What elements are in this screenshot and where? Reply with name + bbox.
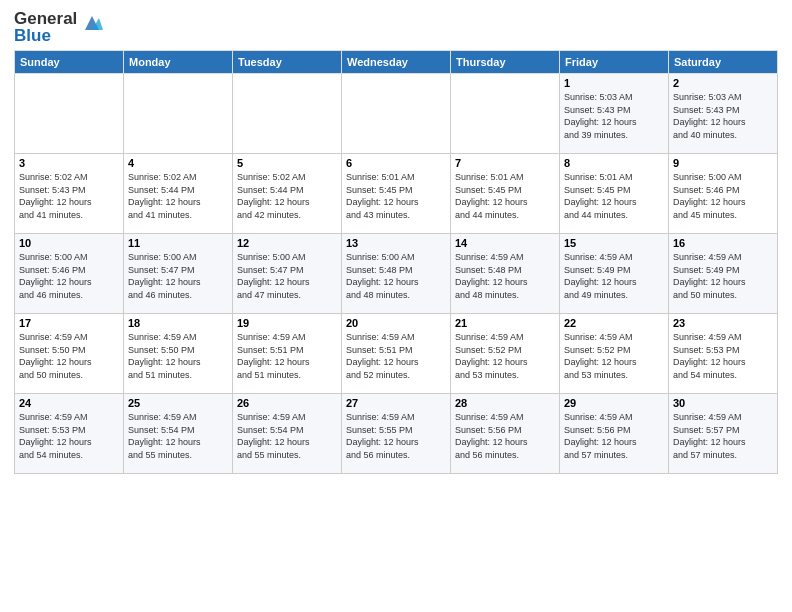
day-number: 6: [346, 157, 446, 169]
day-number: 11: [128, 237, 228, 249]
day-number: 17: [19, 317, 119, 329]
header-day-monday: Monday: [124, 51, 233, 74]
week-row-2: 3Sunrise: 5:02 AMSunset: 5:43 PMDaylight…: [15, 154, 778, 234]
day-number: 16: [673, 237, 773, 249]
day-info: Sunrise: 5:02 AMSunset: 5:44 PMDaylight:…: [237, 171, 337, 221]
day-info: Sunrise: 5:02 AMSunset: 5:43 PMDaylight:…: [19, 171, 119, 221]
day-cell: 22Sunrise: 4:59 AMSunset: 5:52 PMDayligh…: [560, 314, 669, 394]
day-info: Sunrise: 4:59 AMSunset: 5:54 PMDaylight:…: [128, 411, 228, 461]
day-cell: 2Sunrise: 5:03 AMSunset: 5:43 PMDaylight…: [669, 74, 778, 154]
day-info: Sunrise: 4:59 AMSunset: 5:48 PMDaylight:…: [455, 251, 555, 301]
day-cell: 8Sunrise: 5:01 AMSunset: 5:45 PMDaylight…: [560, 154, 669, 234]
day-cell: 30Sunrise: 4:59 AMSunset: 5:57 PMDayligh…: [669, 394, 778, 474]
day-cell: 21Sunrise: 4:59 AMSunset: 5:52 PMDayligh…: [451, 314, 560, 394]
day-number: 23: [673, 317, 773, 329]
day-cell: 6Sunrise: 5:01 AMSunset: 5:45 PMDaylight…: [342, 154, 451, 234]
day-info: Sunrise: 5:00 AMSunset: 5:47 PMDaylight:…: [128, 251, 228, 301]
day-cell: 19Sunrise: 4:59 AMSunset: 5:51 PMDayligh…: [233, 314, 342, 394]
day-number: 8: [564, 157, 664, 169]
day-info: Sunrise: 4:59 AMSunset: 5:53 PMDaylight:…: [19, 411, 119, 461]
day-number: 25: [128, 397, 228, 409]
header-row: SundayMondayTuesdayWednesdayThursdayFrid…: [15, 51, 778, 74]
day-number: 4: [128, 157, 228, 169]
day-info: Sunrise: 4:59 AMSunset: 5:49 PMDaylight:…: [564, 251, 664, 301]
day-number: 12: [237, 237, 337, 249]
header-day-tuesday: Tuesday: [233, 51, 342, 74]
day-number: 7: [455, 157, 555, 169]
day-info: Sunrise: 5:00 AMSunset: 5:47 PMDaylight:…: [237, 251, 337, 301]
day-number: 21: [455, 317, 555, 329]
day-cell: [451, 74, 560, 154]
day-info: Sunrise: 4:59 AMSunset: 5:49 PMDaylight:…: [673, 251, 773, 301]
day-cell: 27Sunrise: 4:59 AMSunset: 5:55 PMDayligh…: [342, 394, 451, 474]
day-info: Sunrise: 4:59 AMSunset: 5:51 PMDaylight:…: [237, 331, 337, 381]
day-number: 24: [19, 397, 119, 409]
day-cell: 15Sunrise: 4:59 AMSunset: 5:49 PMDayligh…: [560, 234, 669, 314]
day-number: 30: [673, 397, 773, 409]
logo-blue-text: Blue: [14, 27, 77, 44]
day-number: 22: [564, 317, 664, 329]
day-cell: 14Sunrise: 4:59 AMSunset: 5:48 PMDayligh…: [451, 234, 560, 314]
day-cell: 24Sunrise: 4:59 AMSunset: 5:53 PMDayligh…: [15, 394, 124, 474]
day-number: 10: [19, 237, 119, 249]
day-cell: 26Sunrise: 4:59 AMSunset: 5:54 PMDayligh…: [233, 394, 342, 474]
day-info: Sunrise: 5:03 AMSunset: 5:43 PMDaylight:…: [673, 91, 773, 141]
day-cell: 11Sunrise: 5:00 AMSunset: 5:47 PMDayligh…: [124, 234, 233, 314]
day-info: Sunrise: 4:59 AMSunset: 5:50 PMDaylight:…: [128, 331, 228, 381]
header-day-friday: Friday: [560, 51, 669, 74]
day-cell: 17Sunrise: 4:59 AMSunset: 5:50 PMDayligh…: [15, 314, 124, 394]
day-cell: 12Sunrise: 5:00 AMSunset: 5:47 PMDayligh…: [233, 234, 342, 314]
day-number: 26: [237, 397, 337, 409]
day-number: 19: [237, 317, 337, 329]
day-info: Sunrise: 5:00 AMSunset: 5:46 PMDaylight:…: [19, 251, 119, 301]
day-number: 14: [455, 237, 555, 249]
day-info: Sunrise: 4:59 AMSunset: 5:53 PMDaylight:…: [673, 331, 773, 381]
day-cell: 18Sunrise: 4:59 AMSunset: 5:50 PMDayligh…: [124, 314, 233, 394]
logo-general-text: General: [14, 10, 77, 27]
day-number: 27: [346, 397, 446, 409]
day-number: 5: [237, 157, 337, 169]
day-cell: 10Sunrise: 5:00 AMSunset: 5:46 PMDayligh…: [15, 234, 124, 314]
page: General Blue SundayMondayTuesdayWednesda…: [0, 0, 792, 612]
day-number: 18: [128, 317, 228, 329]
header-day-sunday: Sunday: [15, 51, 124, 74]
day-info: Sunrise: 4:59 AMSunset: 5:50 PMDaylight:…: [19, 331, 119, 381]
day-info: Sunrise: 4:59 AMSunset: 5:54 PMDaylight:…: [237, 411, 337, 461]
week-row-5: 24Sunrise: 4:59 AMSunset: 5:53 PMDayligh…: [15, 394, 778, 474]
day-cell: [233, 74, 342, 154]
day-number: 29: [564, 397, 664, 409]
day-number: 3: [19, 157, 119, 169]
day-cell: 5Sunrise: 5:02 AMSunset: 5:44 PMDaylight…: [233, 154, 342, 234]
day-number: 28: [455, 397, 555, 409]
day-info: Sunrise: 5:02 AMSunset: 5:44 PMDaylight:…: [128, 171, 228, 221]
logo-icon: [81, 12, 103, 38]
day-cell: 25Sunrise: 4:59 AMSunset: 5:54 PMDayligh…: [124, 394, 233, 474]
day-cell: [15, 74, 124, 154]
day-cell: [342, 74, 451, 154]
day-info: Sunrise: 5:01 AMSunset: 5:45 PMDaylight:…: [564, 171, 664, 221]
logo: General Blue: [14, 10, 103, 44]
day-cell: 20Sunrise: 4:59 AMSunset: 5:51 PMDayligh…: [342, 314, 451, 394]
day-info: Sunrise: 5:01 AMSunset: 5:45 PMDaylight:…: [346, 171, 446, 221]
header-day-wednesday: Wednesday: [342, 51, 451, 74]
day-cell: 29Sunrise: 4:59 AMSunset: 5:56 PMDayligh…: [560, 394, 669, 474]
week-row-4: 17Sunrise: 4:59 AMSunset: 5:50 PMDayligh…: [15, 314, 778, 394]
day-info: Sunrise: 4:59 AMSunset: 5:57 PMDaylight:…: [673, 411, 773, 461]
day-number: 13: [346, 237, 446, 249]
day-info: Sunrise: 4:59 AMSunset: 5:52 PMDaylight:…: [455, 331, 555, 381]
day-cell: 9Sunrise: 5:00 AMSunset: 5:46 PMDaylight…: [669, 154, 778, 234]
header: General Blue: [14, 10, 778, 44]
day-info: Sunrise: 4:59 AMSunset: 5:51 PMDaylight:…: [346, 331, 446, 381]
day-cell: 13Sunrise: 5:00 AMSunset: 5:48 PMDayligh…: [342, 234, 451, 314]
day-number: 20: [346, 317, 446, 329]
day-cell: 23Sunrise: 4:59 AMSunset: 5:53 PMDayligh…: [669, 314, 778, 394]
day-cell: 16Sunrise: 4:59 AMSunset: 5:49 PMDayligh…: [669, 234, 778, 314]
day-info: Sunrise: 5:00 AMSunset: 5:46 PMDaylight:…: [673, 171, 773, 221]
day-cell: 7Sunrise: 5:01 AMSunset: 5:45 PMDaylight…: [451, 154, 560, 234]
week-row-1: 1Sunrise: 5:03 AMSunset: 5:43 PMDaylight…: [15, 74, 778, 154]
day-cell: 1Sunrise: 5:03 AMSunset: 5:43 PMDaylight…: [560, 74, 669, 154]
day-cell: 4Sunrise: 5:02 AMSunset: 5:44 PMDaylight…: [124, 154, 233, 234]
day-info: Sunrise: 5:01 AMSunset: 5:45 PMDaylight:…: [455, 171, 555, 221]
day-number: 1: [564, 77, 664, 89]
day-cell: [124, 74, 233, 154]
